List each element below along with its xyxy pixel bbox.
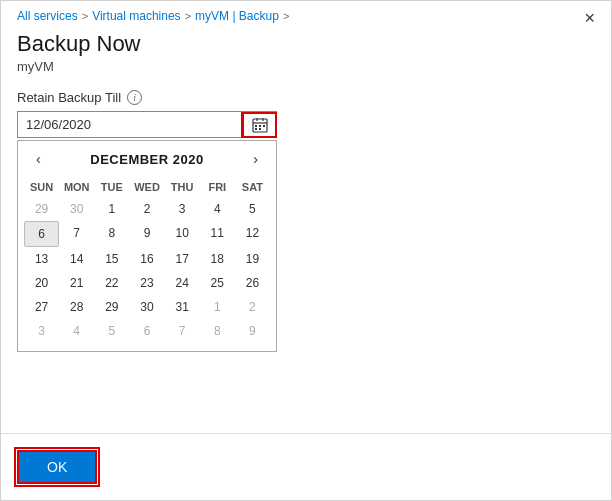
calendar-day[interactable]: 8 bbox=[94, 221, 129, 247]
calendar-day[interactable]: 1 bbox=[94, 197, 129, 221]
calendar-day[interactable]: 2 bbox=[129, 197, 164, 221]
calendar-day[interactable]: 16 bbox=[129, 247, 164, 271]
calendar-day[interactable]: 23 bbox=[129, 271, 164, 295]
calendar-day[interactable]: 3 bbox=[24, 319, 59, 343]
calendar-day[interactable]: 21 bbox=[59, 271, 94, 295]
calendar-day-header: SAT bbox=[235, 177, 270, 197]
breadcrumb-virtual-machines[interactable]: Virtual machines bbox=[92, 9, 181, 23]
panel-footer: OK bbox=[1, 433, 611, 500]
calendar-month-year: DECEMBER 2020 bbox=[90, 152, 203, 167]
backup-panel: All services > Virtual machines > myVM |… bbox=[0, 0, 612, 501]
date-input[interactable] bbox=[18, 112, 242, 137]
calendar-day[interactable]: 12 bbox=[235, 221, 270, 247]
calendar-day[interactable]: 9 bbox=[235, 319, 270, 343]
date-input-wrapper bbox=[17, 111, 277, 138]
calendar-day[interactable]: 29 bbox=[24, 197, 59, 221]
calendar-day-header: THU bbox=[165, 177, 200, 197]
calendar-day[interactable]: 5 bbox=[94, 319, 129, 343]
breadcrumb-sep-1: > bbox=[82, 10, 88, 22]
calendar-grid: SUNMONTUEWEDTHUFRISAT2930123456789101112… bbox=[18, 177, 276, 351]
info-icon[interactable]: i bbox=[127, 90, 142, 105]
breadcrumb-sep-3: > bbox=[283, 10, 289, 22]
calendar-day[interactable]: 24 bbox=[165, 271, 200, 295]
breadcrumb-myvm-backup[interactable]: myVM | Backup bbox=[195, 9, 279, 23]
calendar-day[interactable]: 8 bbox=[200, 319, 235, 343]
field-label-text: Retain Backup Till bbox=[17, 90, 121, 105]
ok-button[interactable]: OK bbox=[17, 450, 97, 484]
calendar-day[interactable]: 30 bbox=[59, 197, 94, 221]
calendar-day-header: TUE bbox=[94, 177, 129, 197]
calendar-day[interactable]: 31 bbox=[165, 295, 200, 319]
calendar-icon bbox=[252, 117, 268, 133]
svg-rect-5 bbox=[259, 125, 261, 127]
field-label-retain: Retain Backup Till i bbox=[17, 90, 595, 105]
calendar-day[interactable]: 14 bbox=[59, 247, 94, 271]
calendar-day[interactable]: 28 bbox=[59, 295, 94, 319]
calendar-day[interactable]: 27 bbox=[24, 295, 59, 319]
calendar-day[interactable]: 13 bbox=[24, 247, 59, 271]
calendar-day-header: WED bbox=[129, 177, 164, 197]
calendar-day-header: SUN bbox=[24, 177, 59, 197]
calendar-day[interactable]: 25 bbox=[200, 271, 235, 295]
panel-subtitle: myVM bbox=[1, 59, 611, 90]
calendar-day[interactable]: 10 bbox=[165, 221, 200, 247]
calendar-day[interactable]: 1 bbox=[200, 295, 235, 319]
calendar-day[interactable]: 3 bbox=[165, 197, 200, 221]
svg-rect-4 bbox=[255, 125, 257, 127]
svg-rect-8 bbox=[259, 128, 261, 130]
calendar-day[interactable]: 2 bbox=[235, 295, 270, 319]
breadcrumb-sep-2: > bbox=[185, 10, 191, 22]
calendar-day[interactable]: 11 bbox=[200, 221, 235, 247]
svg-rect-7 bbox=[255, 128, 257, 130]
calendar-day-header: FRI bbox=[200, 177, 235, 197]
calendar-day[interactable]: 7 bbox=[165, 319, 200, 343]
calendar-header: ‹ DECEMBER 2020 › bbox=[18, 141, 276, 177]
calendar-day[interactable]: 26 bbox=[235, 271, 270, 295]
calendar-day-header: MON bbox=[59, 177, 94, 197]
calendar-day[interactable]: 6 bbox=[24, 221, 59, 247]
calendar-popup: ‹ DECEMBER 2020 › SUNMONTUEWEDTHUFRISAT2… bbox=[17, 140, 277, 352]
breadcrumb: All services > Virtual machines > myVM |… bbox=[1, 1, 611, 27]
calendar-day[interactable]: 6 bbox=[129, 319, 164, 343]
calendar-day[interactable]: 9 bbox=[129, 221, 164, 247]
calendar-day[interactable]: 19 bbox=[235, 247, 270, 271]
calendar-day[interactable]: 29 bbox=[94, 295, 129, 319]
calendar-toggle-button[interactable] bbox=[242, 113, 276, 137]
calendar-day[interactable]: 17 bbox=[165, 247, 200, 271]
calendar-day[interactable]: 5 bbox=[235, 197, 270, 221]
calendar-day[interactable]: 20 bbox=[24, 271, 59, 295]
calendar-day[interactable]: 22 bbox=[94, 271, 129, 295]
calendar-prev-button[interactable]: ‹ bbox=[28, 149, 49, 169]
calendar-day[interactable]: 30 bbox=[129, 295, 164, 319]
calendar-day[interactable]: 18 bbox=[200, 247, 235, 271]
panel-title: Backup Now bbox=[1, 27, 611, 59]
calendar-day[interactable]: 4 bbox=[59, 319, 94, 343]
calendar-day[interactable]: 15 bbox=[94, 247, 129, 271]
svg-rect-6 bbox=[263, 125, 265, 127]
panel-content: Retain Backup Till i bbox=[1, 90, 611, 368]
calendar-day[interactable]: 7 bbox=[59, 221, 94, 247]
calendar-day[interactable]: 4 bbox=[200, 197, 235, 221]
breadcrumb-all-services[interactable]: All services bbox=[17, 9, 78, 23]
close-button[interactable]: × bbox=[584, 9, 595, 27]
calendar-next-button[interactable]: › bbox=[245, 149, 266, 169]
